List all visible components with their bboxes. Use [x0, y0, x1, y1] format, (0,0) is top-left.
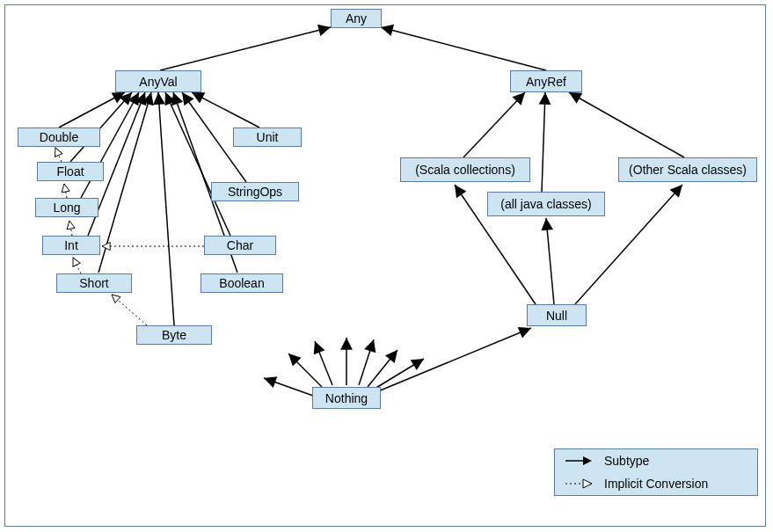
- legend: Subtype Implicit Conversion: [554, 448, 758, 496]
- label: Nothing: [325, 391, 368, 405]
- node-unit: Unit: [233, 128, 302, 147]
- arrow-solid-icon: [564, 455, 594, 467]
- label: Short: [79, 276, 108, 290]
- node-anyval: AnyVal: [115, 70, 201, 92]
- label: Float: [56, 164, 84, 179]
- node-anyref: AnyRef: [510, 70, 582, 92]
- node-int: Int: [42, 236, 100, 255]
- node-null: Null: [527, 304, 587, 326]
- legend-label: Implicit Conversion: [604, 477, 708, 491]
- label: Char: [227, 238, 253, 252]
- label: Null: [546, 309, 567, 323]
- label: Boolean: [219, 276, 264, 290]
- node-char: Char: [204, 236, 276, 255]
- node-stringops: StringOps: [211, 182, 299, 201]
- node-any: Any: [331, 9, 382, 28]
- node-nothing: Nothing: [312, 387, 381, 409]
- node-double: Double: [18, 128, 100, 147]
- label: StringOps: [228, 185, 282, 199]
- node-boolean: Boolean: [201, 273, 283, 293]
- node-float: Float: [37, 162, 104, 181]
- label: AnyRef: [526, 75, 566, 89]
- label: Byte: [162, 328, 186, 342]
- node-short: Short: [56, 273, 132, 293]
- node-scalacollections: (Scala collections): [400, 157, 530, 182]
- label: Long: [53, 200, 80, 215]
- node-alljavaclasses: (all java classes): [487, 192, 605, 216]
- label: (Other Scala classes): [629, 163, 747, 177]
- arrow-dashed-icon: [564, 477, 594, 490]
- label: AnyVal: [139, 75, 177, 89]
- legend-label: Subtype: [604, 454, 649, 468]
- legend-row-implicit: Implicit Conversion: [555, 472, 757, 495]
- node-byte: Byte: [136, 325, 212, 345]
- label: Double: [40, 130, 78, 144]
- label: Int: [64, 238, 78, 252]
- label: Any: [346, 11, 367, 26]
- label: (Scala collections): [415, 163, 515, 177]
- node-long: Long: [35, 198, 98, 217]
- label: Unit: [257, 130, 279, 144]
- legend-row-subtype: Subtype: [555, 449, 757, 472]
- node-otherscalaclasses: (Other Scala classes): [618, 157, 757, 182]
- label: (all java classes): [500, 197, 591, 211]
